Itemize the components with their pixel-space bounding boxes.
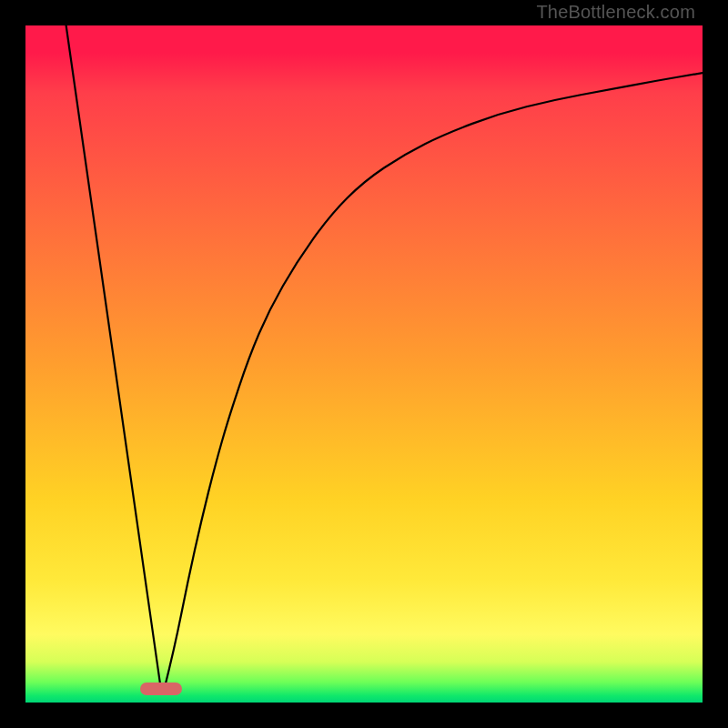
chart-frame: TheBottleneck.com [0, 0, 728, 728]
watermark-text: TheBottleneck.com [536, 2, 695, 23]
minimum-marker [140, 682, 182, 695]
curve-layer [25, 25, 703, 703]
curve-right-branch [165, 73, 703, 689]
curve-left-branch [66, 25, 161, 689]
plot-area [25, 25, 703, 703]
